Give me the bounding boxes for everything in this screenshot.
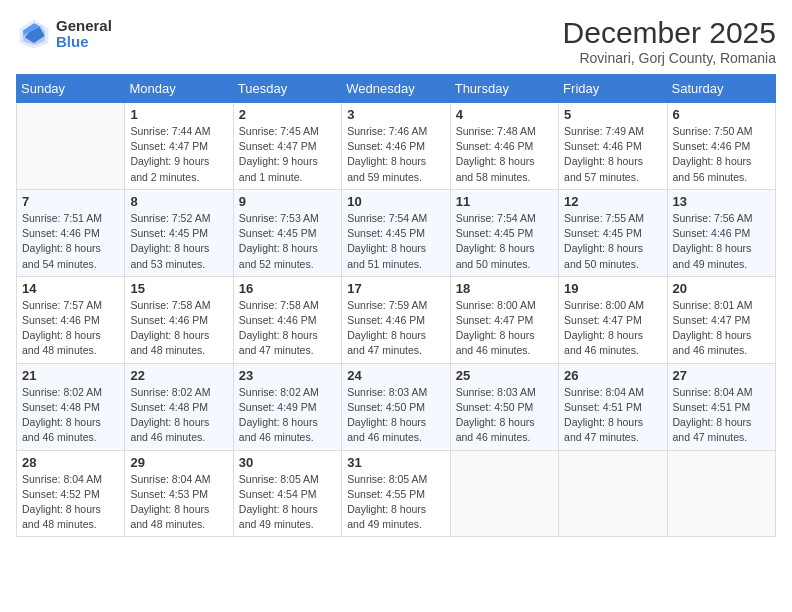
day-number: 15 xyxy=(130,281,227,296)
calendar-cell: 8Sunrise: 7:52 AMSunset: 4:45 PMDaylight… xyxy=(125,189,233,276)
day-info: Sunrise: 7:49 AMSunset: 4:46 PMDaylight:… xyxy=(564,124,661,185)
day-info: Sunrise: 7:54 AMSunset: 4:45 PMDaylight:… xyxy=(456,211,553,272)
page-header: General Blue December 2025 Rovinari, Gor… xyxy=(16,16,776,66)
day-info: Sunrise: 7:59 AMSunset: 4:46 PMDaylight:… xyxy=(347,298,444,359)
day-number: 21 xyxy=(22,368,119,383)
calendar-table: SundayMondayTuesdayWednesdayThursdayFrid… xyxy=(16,74,776,537)
day-number: 4 xyxy=(456,107,553,122)
calendar-cell xyxy=(450,450,558,537)
day-info: Sunrise: 8:00 AMSunset: 4:47 PMDaylight:… xyxy=(456,298,553,359)
calendar-cell: 17Sunrise: 7:59 AMSunset: 4:46 PMDayligh… xyxy=(342,276,450,363)
day-number: 5 xyxy=(564,107,661,122)
calendar-cell: 20Sunrise: 8:01 AMSunset: 4:47 PMDayligh… xyxy=(667,276,775,363)
day-number: 13 xyxy=(673,194,770,209)
day-number: 19 xyxy=(564,281,661,296)
calendar-cell: 13Sunrise: 7:56 AMSunset: 4:46 PMDayligh… xyxy=(667,189,775,276)
logo-blue: Blue xyxy=(56,34,112,51)
day-number: 3 xyxy=(347,107,444,122)
calendar-cell: 30Sunrise: 8:05 AMSunset: 4:54 PMDayligh… xyxy=(233,450,341,537)
day-info: Sunrise: 8:02 AMSunset: 4:48 PMDaylight:… xyxy=(22,385,119,446)
calendar-header-row: SundayMondayTuesdayWednesdayThursdayFrid… xyxy=(17,75,776,103)
calendar-cell: 26Sunrise: 8:04 AMSunset: 4:51 PMDayligh… xyxy=(559,363,667,450)
calendar-cell: 10Sunrise: 7:54 AMSunset: 4:45 PMDayligh… xyxy=(342,189,450,276)
calendar-cell: 14Sunrise: 7:57 AMSunset: 4:46 PMDayligh… xyxy=(17,276,125,363)
calendar-week-3: 14Sunrise: 7:57 AMSunset: 4:46 PMDayligh… xyxy=(17,276,776,363)
day-info: Sunrise: 7:50 AMSunset: 4:46 PMDaylight:… xyxy=(673,124,770,185)
day-info: Sunrise: 8:02 AMSunset: 4:49 PMDaylight:… xyxy=(239,385,336,446)
day-number: 23 xyxy=(239,368,336,383)
day-info: Sunrise: 8:04 AMSunset: 4:51 PMDaylight:… xyxy=(673,385,770,446)
day-info: Sunrise: 7:45 AMSunset: 4:47 PMDaylight:… xyxy=(239,124,336,185)
calendar-cell: 5Sunrise: 7:49 AMSunset: 4:46 PMDaylight… xyxy=(559,103,667,190)
day-number: 2 xyxy=(239,107,336,122)
calendar-cell: 3Sunrise: 7:46 AMSunset: 4:46 PMDaylight… xyxy=(342,103,450,190)
calendar-week-2: 7Sunrise: 7:51 AMSunset: 4:46 PMDaylight… xyxy=(17,189,776,276)
day-number: 6 xyxy=(673,107,770,122)
day-number: 31 xyxy=(347,455,444,470)
day-number: 30 xyxy=(239,455,336,470)
calendar-cell: 15Sunrise: 7:58 AMSunset: 4:46 PMDayligh… xyxy=(125,276,233,363)
day-number: 20 xyxy=(673,281,770,296)
calendar-week-1: 1Sunrise: 7:44 AMSunset: 4:47 PMDaylight… xyxy=(17,103,776,190)
calendar-cell: 4Sunrise: 7:48 AMSunset: 4:46 PMDaylight… xyxy=(450,103,558,190)
calendar-cell: 31Sunrise: 8:05 AMSunset: 4:55 PMDayligh… xyxy=(342,450,450,537)
calendar-header-monday: Monday xyxy=(125,75,233,103)
logo-icon xyxy=(16,16,52,52)
day-info: Sunrise: 7:51 AMSunset: 4:46 PMDaylight:… xyxy=(22,211,119,272)
day-info: Sunrise: 8:04 AMSunset: 4:53 PMDaylight:… xyxy=(130,472,227,533)
day-info: Sunrise: 8:03 AMSunset: 4:50 PMDaylight:… xyxy=(456,385,553,446)
day-number: 22 xyxy=(130,368,227,383)
day-number: 7 xyxy=(22,194,119,209)
calendar-header-wednesday: Wednesday xyxy=(342,75,450,103)
day-info: Sunrise: 7:57 AMSunset: 4:46 PMDaylight:… xyxy=(22,298,119,359)
day-info: Sunrise: 8:05 AMSunset: 4:55 PMDaylight:… xyxy=(347,472,444,533)
calendar-week-4: 21Sunrise: 8:02 AMSunset: 4:48 PMDayligh… xyxy=(17,363,776,450)
day-number: 24 xyxy=(347,368,444,383)
day-info: Sunrise: 7:46 AMSunset: 4:46 PMDaylight:… xyxy=(347,124,444,185)
calendar-cell: 1Sunrise: 7:44 AMSunset: 4:47 PMDaylight… xyxy=(125,103,233,190)
day-info: Sunrise: 7:58 AMSunset: 4:46 PMDaylight:… xyxy=(239,298,336,359)
title-block: December 2025 Rovinari, Gorj County, Rom… xyxy=(563,16,776,66)
location: Rovinari, Gorj County, Romania xyxy=(563,50,776,66)
calendar-cell: 18Sunrise: 8:00 AMSunset: 4:47 PMDayligh… xyxy=(450,276,558,363)
day-info: Sunrise: 8:04 AMSunset: 4:52 PMDaylight:… xyxy=(22,472,119,533)
day-info: Sunrise: 8:04 AMSunset: 4:51 PMDaylight:… xyxy=(564,385,661,446)
day-number: 18 xyxy=(456,281,553,296)
day-number: 16 xyxy=(239,281,336,296)
calendar-week-5: 28Sunrise: 8:04 AMSunset: 4:52 PMDayligh… xyxy=(17,450,776,537)
day-info: Sunrise: 8:01 AMSunset: 4:47 PMDaylight:… xyxy=(673,298,770,359)
day-info: Sunrise: 7:58 AMSunset: 4:46 PMDaylight:… xyxy=(130,298,227,359)
calendar-cell: 16Sunrise: 7:58 AMSunset: 4:46 PMDayligh… xyxy=(233,276,341,363)
calendar-cell: 25Sunrise: 8:03 AMSunset: 4:50 PMDayligh… xyxy=(450,363,558,450)
calendar-cell: 6Sunrise: 7:50 AMSunset: 4:46 PMDaylight… xyxy=(667,103,775,190)
day-number: 29 xyxy=(130,455,227,470)
calendar-header-friday: Friday xyxy=(559,75,667,103)
logo-general: General xyxy=(56,18,112,35)
day-number: 27 xyxy=(673,368,770,383)
calendar-cell xyxy=(559,450,667,537)
calendar-cell xyxy=(17,103,125,190)
calendar-cell: 23Sunrise: 8:02 AMSunset: 4:49 PMDayligh… xyxy=(233,363,341,450)
calendar-cell: 28Sunrise: 8:04 AMSunset: 4:52 PMDayligh… xyxy=(17,450,125,537)
day-info: Sunrise: 7:52 AMSunset: 4:45 PMDaylight:… xyxy=(130,211,227,272)
day-number: 10 xyxy=(347,194,444,209)
calendar-cell: 11Sunrise: 7:54 AMSunset: 4:45 PMDayligh… xyxy=(450,189,558,276)
day-number: 1 xyxy=(130,107,227,122)
logo-text: General Blue xyxy=(56,18,112,51)
day-info: Sunrise: 7:48 AMSunset: 4:46 PMDaylight:… xyxy=(456,124,553,185)
day-info: Sunrise: 8:03 AMSunset: 4:50 PMDaylight:… xyxy=(347,385,444,446)
day-number: 8 xyxy=(130,194,227,209)
day-info: Sunrise: 8:00 AMSunset: 4:47 PMDaylight:… xyxy=(564,298,661,359)
day-info: Sunrise: 7:53 AMSunset: 4:45 PMDaylight:… xyxy=(239,211,336,272)
day-number: 11 xyxy=(456,194,553,209)
calendar-header-tuesday: Tuesday xyxy=(233,75,341,103)
month-year: December 2025 xyxy=(563,16,776,50)
day-number: 9 xyxy=(239,194,336,209)
calendar-cell: 7Sunrise: 7:51 AMSunset: 4:46 PMDaylight… xyxy=(17,189,125,276)
calendar-cell: 22Sunrise: 8:02 AMSunset: 4:48 PMDayligh… xyxy=(125,363,233,450)
calendar-cell: 24Sunrise: 8:03 AMSunset: 4:50 PMDayligh… xyxy=(342,363,450,450)
calendar-cell: 27Sunrise: 8:04 AMSunset: 4:51 PMDayligh… xyxy=(667,363,775,450)
calendar-cell: 21Sunrise: 8:02 AMSunset: 4:48 PMDayligh… xyxy=(17,363,125,450)
calendar-header-thursday: Thursday xyxy=(450,75,558,103)
calendar-header-saturday: Saturday xyxy=(667,75,775,103)
